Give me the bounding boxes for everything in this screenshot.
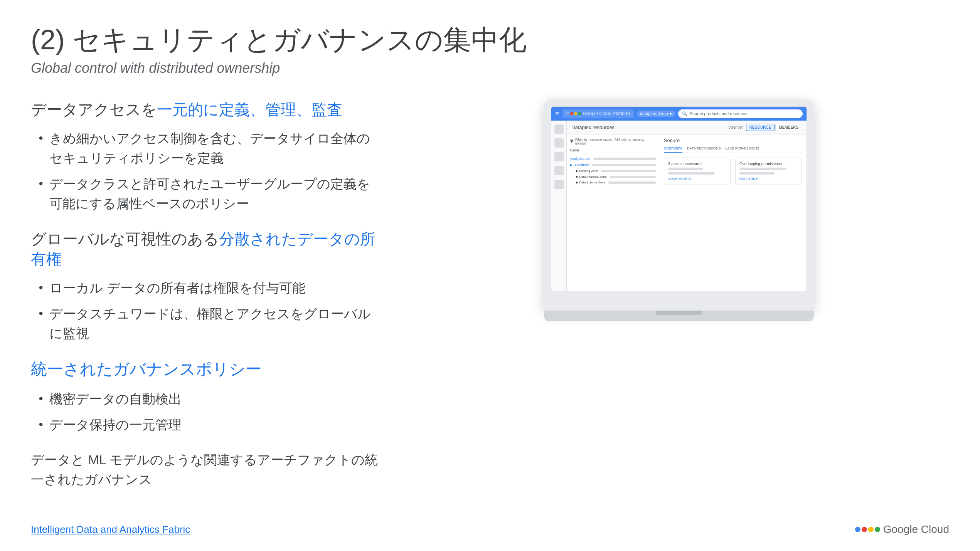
nav-icon-4 — [554, 166, 564, 175]
section-1-highlight: 一元的に定義、管理、監査 — [157, 101, 342, 118]
section-3-block: 統一されたガバナンスポリシー 機密データの自動検出 データ保持の一元管理 — [31, 359, 378, 435]
resource-name: ▶ Data Analytics Zone — [576, 175, 606, 178]
dataplex-title: Dataplex resources — [571, 124, 615, 130]
search-icon: 🔍 — [682, 111, 687, 116]
chevron-down-icon: ▾ — [670, 111, 672, 116]
menu-icon: ≡ — [555, 110, 559, 118]
section-1-block: データアクセスを一元的に定義、管理、監査 きめ細かいアクセス制御を含む、データサ… — [31, 99, 378, 213]
view-assets-link[interactable]: VIEW ASSETS — [668, 177, 726, 181]
list-item: データスチュワードは、権限とアクセスをグローバルに監視 — [39, 304, 378, 343]
list-item: データ保持の一元管理 — [39, 415, 378, 435]
bullet-text: 機密データの自動検出 — [49, 389, 378, 409]
nav-icon-5 — [554, 180, 564, 189]
col-name: Name — [570, 148, 579, 152]
row-bar — [610, 176, 656, 178]
section-2-block: グローバルな可視性のある分散されたデータの所有権 ローカル データの所有者は権限… — [31, 229, 378, 343]
dataplex-header: Dataplex resources View by: RESOURCE MEM… — [567, 121, 807, 134]
secure-title: Secure — [664, 138, 802, 143]
section-2-heading: グローバルな可視性のある分散されたデータの所有権 — [31, 229, 378, 269]
secure-panel: Secure OVERVIEW DATA PERMISSIONS LAKE PE… — [659, 134, 807, 291]
left-panel: データアクセスを一元的に定義、管理、監査 きめ細かいアクセス制御を含む、データサ… — [31, 99, 378, 489]
bullet-text: データ保持の一元管理 — [49, 415, 378, 435]
gc-dots — [855, 527, 880, 532]
laptop-base — [544, 311, 814, 321]
google-cloud-logo: Google Cloud — [855, 523, 949, 536]
overlapping-permissions-card: Overlapping permissions EDIT ZONE — [735, 158, 802, 185]
row-bar — [608, 181, 656, 184]
table-row: ▶ Landing Zone — [570, 168, 656, 174]
bullet-text: ローカル データの所有者は権限を付与可能 — [49, 278, 378, 298]
nav-icon-2 — [554, 138, 564, 148]
filter-row: Filter by resource name, IAM role, or se… — [570, 138, 656, 145]
laptop-screen: ≡ Google Cloud Platform — [551, 106, 807, 291]
app-pill: dataplex-demo ▾ — [637, 111, 675, 117]
browser-title: Google Cloud Platform — [583, 111, 630, 116]
secure-cards: 3 assets unsecured VIEW ASSETS Overlappi… — [664, 158, 802, 185]
tab-overview[interactable]: OVERVIEW — [664, 146, 682, 153]
nav-icon-1 — [554, 124, 564, 134]
gc-dot-yellow — [868, 527, 874, 532]
footer-link[interactable]: Intelligent Data and Analytics Fabric — [31, 524, 190, 536]
gc-dot-blue — [855, 527, 860, 532]
browser-chrome: ≡ Google Cloud Platform — [551, 107, 807, 121]
card-bar — [739, 168, 786, 170]
row-bar — [601, 170, 656, 172]
bullet-text: データスチュワードは、権限とアクセスをグローバルに監視 — [49, 304, 378, 343]
card-title: 3 assets unsecured — [668, 162, 726, 166]
app-label: dataplex-demo — [640, 111, 668, 116]
resource-name: ▶ Data Science Zone — [576, 181, 605, 184]
card-bar — [668, 172, 715, 175]
tab-resource[interactable]: RESOURCE — [746, 124, 775, 131]
section-1-heading: データアクセスを一元的に定義、管理、監査 — [31, 99, 378, 119]
section-2-bullets: ローカル データの所有者は権限を付与可能 データスチュワードは、権限とアクセスを… — [31, 278, 378, 343]
slide-subtitle: Global control with distributed ownershi… — [31, 60, 949, 76]
dot-green — [578, 112, 581, 115]
laptop-body: ≡ Google Cloud Platform — [544, 99, 814, 311]
resource-panel: Filter by resource name, IAM role, or se… — [567, 134, 659, 291]
table-row: ▶ Bikeshare — [570, 162, 656, 168]
gc-dot-red — [862, 527, 867, 532]
list-item: データクラスと許可されたユーザーグループの定義を可能にする属性ベースのポリシー — [39, 174, 378, 213]
table-row: ▶ Data Analytics Zone — [570, 174, 656, 180]
bullet-text: きめ細かいアクセス制御を含む、データサイロ全体のセキュリティポリシーを定義 — [49, 129, 378, 168]
card-title: Overlapping permissions — [739, 162, 798, 166]
view-by-tabs: RESOURCE MEMBERS — [746, 124, 802, 131]
edit-zone-link[interactable]: EDIT ZONE — [739, 177, 798, 181]
google-logo-dots — [566, 112, 581, 115]
list-item: ローカル データの所有者は権限を付与可能 — [39, 278, 378, 298]
row-bar — [593, 158, 656, 160]
filter-icon — [570, 139, 574, 143]
view-by-label: View by: — [728, 125, 743, 129]
assets-unsecured-card: 3 assets unsecured VIEW ASSETS — [664, 158, 731, 185]
browser-logo-area: Google Cloud Platform — [562, 109, 634, 118]
content-area: データアクセスを一元的に定義、管理、監査 きめ細かいアクセス制御を含む、データサ… — [31, 99, 949, 489]
google-cloud-text: Google Cloud — [883, 523, 949, 536]
row-bar — [592, 164, 656, 166]
table-row: AnalysisLake — [570, 156, 656, 162]
secure-tabs: OVERVIEW DATA PERMISSIONS LAKE PERMISSIO… — [664, 146, 802, 153]
resource-name: ▶ Bikeshare — [570, 163, 589, 167]
slide-title: (2) セキュリティとガバナンスの集中化 — [31, 23, 949, 56]
bottom-note: データと ML モデルのような関連するアーチファクトの統一されたガバナンス — [31, 450, 378, 489]
dot-red — [570, 112, 573, 115]
slide-container: (2) セキュリティとガバナンスの集中化 Global control with… — [0, 0, 980, 551]
left-nav — [551, 121, 567, 291]
resource-name: AnalysisLake — [570, 157, 590, 161]
section-1-bullets: きめ細かいアクセス制御を含む、データサイロ全体のセキュリティポリシーを定義 デー… — [31, 129, 378, 213]
slide-footer: Intelligent Data and Analytics Fabric Go… — [31, 523, 949, 536]
table-header: Name — [570, 148, 656, 154]
tab-data-permissions[interactable]: DATA PERMISSIONS — [687, 146, 721, 153]
tab-lake-permissions[interactable]: LAKE PERMISSIONS — [726, 146, 759, 153]
dataplex-ui: Dataplex resources View by: RESOURCE MEM… — [551, 121, 807, 291]
section-2-prefix: グローバルな可視性のある — [31, 230, 219, 247]
dataplex-body: Filter by resource name, IAM role, or se… — [567, 134, 807, 291]
filter-text: Filter by resource name, IAM role, or se… — [575, 138, 656, 145]
tab-members[interactable]: MEMBERS — [775, 124, 802, 131]
section-3-heading: 統一されたガバナンスポリシー — [31, 359, 378, 380]
dot-yellow — [574, 112, 577, 115]
section-1-prefix: データアクセスを — [31, 101, 157, 118]
gc-dot-green — [875, 527, 880, 532]
table-row: ▶ Data Science Zone — [570, 180, 656, 185]
browser-search-bar[interactable]: 🔍 Search products and resources — [678, 109, 803, 118]
laptop-mockup: ≡ Google Cloud Platform — [544, 99, 814, 321]
